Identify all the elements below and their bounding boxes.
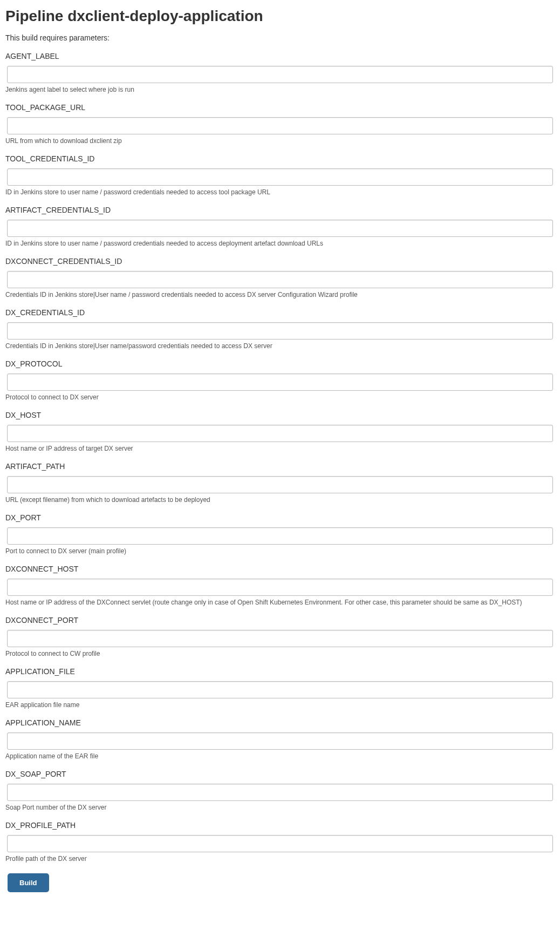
param-label: APPLICATION_NAME [5,718,555,727]
param-label: DXCONNECT_CREDENTIALS_ID [5,257,555,266]
param-help: Protocol to connect to DX server [5,393,555,401]
param-input-dxconnect_port[interactable] [7,630,553,647]
param-artifact_credentials_id: ARTIFACT_CREDENTIALS_IDID in Jenkins sto… [5,206,555,247]
param-label: DX_PROTOCOL [5,359,555,368]
param-tool_credentials_id: TOOL_CREDENTIALS_IDID in Jenkins store t… [5,154,555,196]
param-label: AGENT_LABEL [5,52,555,60]
param-tool_package_url: TOOL_PACKAGE_URLURL from which to downlo… [5,103,555,145]
param-artifact_path: ARTIFACT_PATHURL (except filename) from … [5,462,555,504]
parameters-form: AGENT_LABELJenkins agent label to select… [5,52,555,863]
param-application_name: APPLICATION_NAMEApplication name of the … [5,718,555,760]
param-input-agent_label[interactable] [7,66,553,83]
param-label: TOOL_CREDENTIALS_ID [5,154,555,163]
param-input-dx_protocol[interactable] [7,374,553,391]
param-dx_soap_port: DX_SOAP_PORTSoap Port number of the DX s… [5,770,555,811]
param-dxconnect_host: DXCONNECT_HOSTHost name or IP address of… [5,565,555,606]
param-label: DX_PORT [5,513,555,522]
param-dxconnect_credentials_id: DXCONNECT_CREDENTIALS_IDCredentials ID i… [5,257,555,298]
param-help: Host name or IP address of target DX ser… [5,445,555,452]
param-label: DX_HOST [5,411,555,419]
param-help: Protocol to connect to CW profile [5,650,555,657]
param-help: URL (except filename) from which to down… [5,496,555,504]
param-help: ID in Jenkins store to user name / passw… [5,188,555,196]
param-dx_protocol: DX_PROTOCOLProtocol to connect to DX ser… [5,359,555,401]
param-label: DXCONNECT_HOST [5,565,555,573]
param-label: ARTIFACT_CREDENTIALS_ID [5,206,555,214]
param-input-tool_package_url[interactable] [7,117,553,134]
param-input-artifact_credentials_id[interactable] [7,220,553,237]
param-dx_credentials_id: DX_CREDENTIALS_IDCredentials ID in Jenki… [5,308,555,350]
param-dx_host: DX_HOSTHost name or IP address of target… [5,411,555,452]
param-label: ARTIFACT_PATH [5,462,555,471]
param-input-dx_profile_path[interactable] [7,835,553,852]
param-help: Application name of the EAR file [5,752,555,760]
param-agent_label: AGENT_LABELJenkins agent label to select… [5,52,555,93]
param-help: ID in Jenkins store to user name / passw… [5,240,555,247]
param-input-dx_soap_port[interactable] [7,784,553,801]
param-label: TOOL_PACKAGE_URL [5,103,555,112]
page-title: Pipeline dxclient-deploy-application [5,8,555,25]
param-input-dx_credentials_id[interactable] [7,322,553,340]
param-label: DXCONNECT_PORT [5,616,555,624]
param-help: Credentials ID in Jenkins store|User nam… [5,342,555,350]
param-dx_port: DX_PORTPort to connect to DX server (mai… [5,513,555,555]
param-label: DX_SOAP_PORT [5,770,555,778]
param-dxconnect_port: DXCONNECT_PORTProtocol to connect to CW … [5,616,555,657]
param-help: Jenkins agent label to select where job … [5,86,555,93]
param-help: Host name or IP address of the DXConnect… [5,599,555,606]
param-help: Profile path of the DX server [5,855,555,863]
param-help: EAR application file name [5,701,555,709]
build-button[interactable]: Build [8,873,49,892]
intro-text: This build requires parameters: [5,33,555,42]
param-label: DX_PROFILE_PATH [5,821,555,830]
param-help: Credentials ID in Jenkins store|User nam… [5,291,555,298]
param-input-dx_host[interactable] [7,425,553,442]
param-input-dxconnect_host[interactable] [7,579,553,596]
param-input-application_name[interactable] [7,732,553,750]
param-dx_profile_path: DX_PROFILE_PATHProfile path of the DX se… [5,821,555,863]
param-help: Soap Port number of the DX server [5,804,555,811]
param-label: APPLICATION_FILE [5,667,555,676]
param-input-tool_credentials_id[interactable] [7,168,553,186]
param-input-artifact_path[interactable] [7,476,553,493]
param-help: URL from which to download dxclient zip [5,137,555,145]
param-label: DX_CREDENTIALS_ID [5,308,555,317]
param-input-application_file[interactable] [7,681,553,698]
param-input-dxconnect_credentials_id[interactable] [7,271,553,288]
param-help: Port to connect to DX server (main profi… [5,547,555,555]
param-input-dx_port[interactable] [7,527,553,545]
param-application_file: APPLICATION_FILEEAR application file nam… [5,667,555,709]
